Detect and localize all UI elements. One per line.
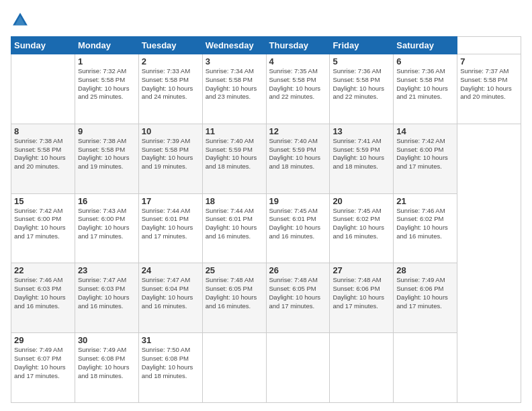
day-number: 5: [332, 56, 390, 66]
day-info: Sunrise: 7:36 AMSunset: 5:58 PMDaylight:…: [396, 67, 448, 100]
day-number: 24: [142, 265, 200, 275]
day-number: 1: [78, 56, 136, 66]
day-info: Sunrise: 7:37 AMSunset: 5:58 PMDaylight:…: [460, 67, 512, 100]
calendar-day-cell: 27Sunrise: 7:48 AMSunset: 6:06 PMDayligh…: [330, 263, 394, 333]
day-number: 18: [206, 196, 263, 206]
day-of-week-header: Wednesday: [202, 37, 266, 54]
day-of-week-header: Tuesday: [138, 37, 202, 54]
day-info: Sunrise: 7:45 AMSunset: 6:02 PMDaylight:…: [332, 207, 384, 240]
day-info: Sunrise: 7:47 AMSunset: 6:03 PMDaylight:…: [78, 276, 130, 309]
calendar-day-cell: [330, 333, 394, 403]
day-info: Sunrise: 7:39 AMSunset: 5:58 PMDaylight:…: [142, 137, 193, 170]
calendar-day-cell: 23Sunrise: 7:47 AMSunset: 6:03 PMDayligh…: [75, 263, 138, 333]
calendar-day-cell: 4Sunrise: 7:35 AMSunset: 5:58 PMDaylight…: [266, 54, 330, 124]
day-info: Sunrise: 7:42 AMSunset: 6:00 PMDaylight:…: [14, 207, 66, 240]
calendar-day-cell: 7Sunrise: 7:37 AMSunset: 5:58 PMDaylight…: [457, 54, 521, 124]
day-number: 12: [269, 126, 327, 136]
calendar-day-cell: 9Sunrise: 7:38 AMSunset: 5:58 PMDaylight…: [75, 124, 138, 193]
day-info: Sunrise: 7:48 AMSunset: 6:06 PMDaylight:…: [332, 276, 384, 309]
calendar-week-row: 8Sunrise: 7:38 AMSunset: 5:58 PMDaylight…: [11, 124, 521, 193]
day-of-week-header: Friday: [330, 37, 394, 54]
calendar-table: SundayMondayTuesdayWednesdayThursdayFrid…: [11, 36, 521, 403]
day-number: 22: [14, 265, 72, 275]
day-number: 30: [78, 335, 136, 345]
day-number: 13: [332, 126, 390, 136]
day-number: 31: [142, 335, 200, 345]
empty-cell: [11, 54, 75, 124]
day-info: Sunrise: 7:42 AMSunset: 6:00 PMDaylight:…: [396, 137, 448, 170]
day-info: Sunrise: 7:45 AMSunset: 6:01 PMDaylight:…: [269, 207, 321, 240]
calendar-day-cell: 8Sunrise: 7:38 AMSunset: 5:58 PMDaylight…: [11, 124, 75, 193]
calendar-day-cell: 17Sunrise: 7:44 AMSunset: 6:01 PMDayligh…: [138, 193, 202, 263]
calendar-day-cell: 14Sunrise: 7:42 AMSunset: 6:00 PMDayligh…: [394, 124, 457, 193]
day-of-week-header: Saturday: [394, 37, 457, 54]
calendar-day-cell: 20Sunrise: 7:45 AMSunset: 6:02 PMDayligh…: [330, 193, 394, 263]
day-info: Sunrise: 7:40 AMSunset: 5:59 PMDaylight:…: [269, 137, 321, 170]
day-info: Sunrise: 7:38 AMSunset: 5:58 PMDaylight:…: [14, 137, 66, 170]
day-number: 20: [332, 196, 390, 206]
day-info: Sunrise: 7:50 AMSunset: 6:08 PMDaylight:…: [142, 346, 193, 379]
header: [11, 11, 521, 30]
day-number: 15: [14, 196, 72, 206]
calendar-week-row: 15Sunrise: 7:42 AMSunset: 6:00 PMDayligh…: [11, 193, 521, 263]
day-info: Sunrise: 7:49 AMSunset: 6:06 PMDaylight:…: [396, 276, 448, 309]
day-info: Sunrise: 7:38 AMSunset: 5:58 PMDaylight:…: [78, 137, 130, 170]
page: SundayMondayTuesdayWednesdayThursdayFrid…: [0, 0, 532, 411]
calendar-day-cell: 15Sunrise: 7:42 AMSunset: 6:00 PMDayligh…: [11, 193, 75, 263]
calendar-day-cell: 12Sunrise: 7:40 AMSunset: 5:59 PMDayligh…: [266, 124, 330, 193]
day-number: 8: [14, 126, 72, 136]
calendar-day-cell: 31Sunrise: 7:50 AMSunset: 6:08 PMDayligh…: [138, 333, 202, 403]
day-number: 6: [396, 56, 454, 66]
calendar-day-cell: 22Sunrise: 7:46 AMSunset: 6:03 PMDayligh…: [11, 263, 75, 333]
day-number: 14: [396, 126, 454, 136]
calendar-day-cell: 30Sunrise: 7:49 AMSunset: 6:08 PMDayligh…: [75, 333, 138, 403]
day-number: 2: [142, 56, 200, 66]
day-of-week-header: Thursday: [266, 37, 330, 54]
day-info: Sunrise: 7:48 AMSunset: 6:05 PMDaylight:…: [206, 276, 257, 309]
calendar-day-cell: 29Sunrise: 7:49 AMSunset: 6:07 PMDayligh…: [11, 333, 75, 403]
day-number: 27: [332, 265, 390, 275]
day-of-week-header: Monday: [75, 37, 138, 54]
day-info: Sunrise: 7:34 AMSunset: 5:58 PMDaylight:…: [206, 67, 257, 100]
calendar-day-cell: 18Sunrise: 7:44 AMSunset: 6:01 PMDayligh…: [202, 193, 266, 263]
day-info: Sunrise: 7:46 AMSunset: 6:03 PMDaylight:…: [14, 276, 66, 309]
calendar-week-row: 29Sunrise: 7:49 AMSunset: 6:07 PMDayligh…: [11, 333, 521, 403]
day-number: 23: [78, 265, 136, 275]
calendar-day-cell: [394, 333, 457, 403]
day-number: 3: [206, 56, 263, 66]
day-info: Sunrise: 7:33 AMSunset: 5:58 PMDaylight:…: [142, 67, 193, 100]
calendar-day-cell: 25Sunrise: 7:48 AMSunset: 6:05 PMDayligh…: [202, 263, 266, 333]
calendar-day-cell: 2Sunrise: 7:33 AMSunset: 5:58 PMDaylight…: [138, 54, 202, 124]
calendar-day-cell: 6Sunrise: 7:36 AMSunset: 5:58 PMDaylight…: [394, 54, 457, 124]
day-number: 28: [396, 265, 454, 275]
calendar-week-row: 1Sunrise: 7:32 AMSunset: 5:58 PMDaylight…: [11, 54, 521, 124]
day-info: Sunrise: 7:44 AMSunset: 6:01 PMDaylight:…: [142, 207, 193, 240]
day-of-week-header: Sunday: [11, 37, 75, 54]
calendar-day-cell: 16Sunrise: 7:43 AMSunset: 6:00 PMDayligh…: [75, 193, 138, 263]
calendar-day-cell: 3Sunrise: 7:34 AMSunset: 5:58 PMDaylight…: [202, 54, 266, 124]
calendar-day-cell: 1Sunrise: 7:32 AMSunset: 5:58 PMDaylight…: [75, 54, 138, 124]
day-number: 16: [78, 196, 136, 206]
day-info: Sunrise: 7:36 AMSunset: 5:58 PMDaylight:…: [332, 67, 384, 100]
day-info: Sunrise: 7:44 AMSunset: 6:01 PMDaylight:…: [206, 207, 257, 240]
logo: [11, 11, 32, 30]
day-number: 4: [269, 56, 327, 66]
day-number: 25: [206, 265, 263, 275]
day-info: Sunrise: 7:35 AMSunset: 5:58 PMDaylight:…: [269, 67, 321, 100]
day-info: Sunrise: 7:32 AMSunset: 5:58 PMDaylight:…: [78, 67, 130, 100]
day-number: 21: [396, 196, 454, 206]
calendar-day-cell: [202, 333, 266, 403]
day-info: Sunrise: 7:43 AMSunset: 6:00 PMDaylight:…: [78, 207, 130, 240]
day-info: Sunrise: 7:48 AMSunset: 6:05 PMDaylight:…: [269, 276, 321, 309]
day-number: 9: [78, 126, 136, 136]
calendar-day-cell: 26Sunrise: 7:48 AMSunset: 6:05 PMDayligh…: [266, 263, 330, 333]
day-number: 29: [14, 335, 72, 345]
day-number: 7: [460, 56, 518, 66]
day-number: 26: [269, 265, 327, 275]
calendar-day-cell: 24Sunrise: 7:47 AMSunset: 6:04 PMDayligh…: [138, 263, 202, 333]
calendar-day-cell: [266, 333, 330, 403]
calendar-day-cell: 21Sunrise: 7:46 AMSunset: 6:02 PMDayligh…: [394, 193, 457, 263]
day-info: Sunrise: 7:49 AMSunset: 6:07 PMDaylight:…: [14, 346, 66, 379]
day-number: 17: [142, 196, 200, 206]
calendar-day-cell: 11Sunrise: 7:40 AMSunset: 5:59 PMDayligh…: [202, 124, 266, 193]
